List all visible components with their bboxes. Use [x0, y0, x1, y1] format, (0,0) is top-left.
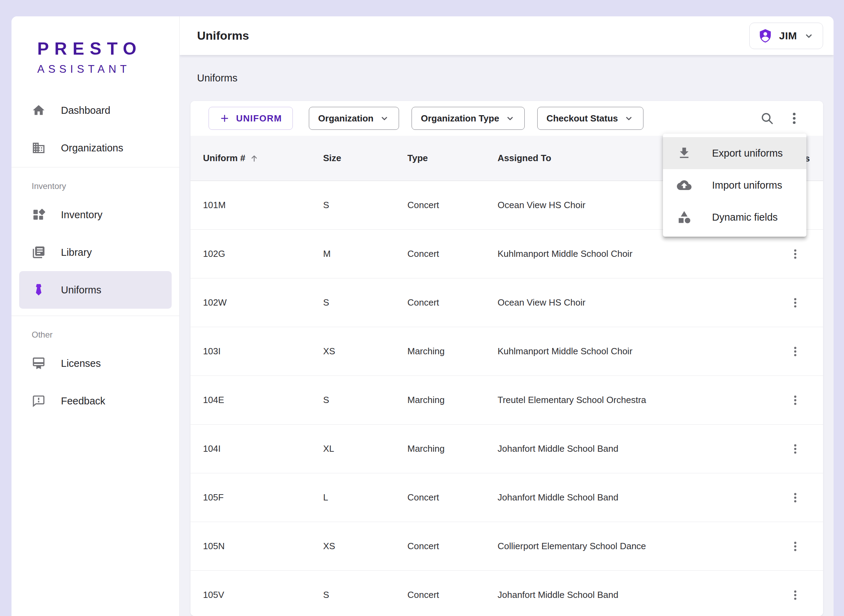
license-icon [32, 356, 46, 370]
table-row[interactable]: 105F L Concert Johanfort Middle School B… [191, 473, 823, 522]
shield-avatar-icon [758, 29, 773, 43]
home-icon [32, 103, 46, 117]
menu-item-export-uniforms[interactable]: Export uniforms [663, 137, 806, 169]
column-header-type[interactable]: Type [407, 153, 498, 164]
cell-size: S [323, 297, 407, 308]
menu-item-label: Dynamic fields [712, 211, 778, 223]
sidebar-item-uniforms[interactable]: Uniforms [19, 271, 172, 309]
cell-type: Concert [407, 297, 498, 308]
sidebar-nav: Dashboard Organizations Inventory [12, 91, 179, 420]
cell-type: Marching [407, 443, 498, 454]
organization-type-filter-button[interactable]: Organization Type [411, 107, 525, 130]
cloud-upload-icon [677, 178, 691, 192]
filter-label: Organization [318, 113, 374, 124]
sidebar-item-label: Inventory [61, 209, 102, 221]
row-actions-button[interactable] [786, 245, 804, 263]
row-actions-button[interactable] [786, 391, 804, 409]
column-header-label: Type [407, 153, 428, 164]
sidebar-item-dashboard[interactable]: Dashboard [12, 91, 179, 129]
cell-assigned-to: Johanfort Middle School Band [498, 590, 768, 600]
cell-size: M [323, 248, 407, 259]
cell-size: S [323, 395, 407, 405]
row-actions-button[interactable] [786, 342, 804, 361]
cell-size: S [323, 200, 407, 211]
cell-uniform-number: 103I [203, 346, 323, 357]
row-actions-button[interactable] [786, 488, 804, 507]
column-header-size[interactable]: Size [323, 153, 407, 164]
table-row[interactable]: 105V S Concert Johanfort Middle School B… [191, 571, 823, 616]
filter-label: Checkout Status [547, 113, 618, 124]
plus-icon [219, 113, 230, 123]
sidebar-item-inventory[interactable]: Inventory [12, 196, 179, 233]
more-options-button[interactable] [786, 110, 802, 126]
sort-ascending-icon [249, 154, 259, 163]
top-header-bar: Uniforms JIM [180, 16, 834, 55]
add-uniform-label: UNIFORM [236, 113, 282, 124]
row-actions-button[interactable] [786, 440, 804, 458]
cell-uniform-number: 101M [203, 200, 323, 211]
building-icon [32, 141, 46, 155]
add-uniform-button[interactable]: UNIFORM [208, 107, 293, 130]
brand-name-line1: PRESTO [37, 39, 179, 59]
column-header-label: Assigned To [498, 153, 551, 164]
cell-uniform-number: 104E [203, 395, 323, 405]
column-header-label: Size [323, 153, 341, 164]
cell-uniform-number: 102W [203, 297, 323, 308]
cell-assigned-to: Kuhlmanport Middle School Choir [498, 248, 768, 259]
table-row[interactable]: 103I XS Marching Kuhlmanport Middle Scho… [191, 327, 823, 376]
column-header-label: Uniform # [203, 153, 245, 164]
chevron-down-icon [379, 113, 390, 123]
organization-filter-button[interactable]: Organization [309, 107, 399, 130]
row-actions-button[interactable] [786, 294, 804, 312]
cell-type: Concert [407, 541, 498, 551]
cell-type: Concert [407, 200, 498, 211]
table-toolbar: UNIFORM Organization Organization Type C… [191, 101, 823, 136]
sidebar-item-organizations[interactable]: Organizations [12, 129, 179, 167]
sidebar-group-label-inventory: Inventory [12, 167, 179, 196]
cell-type: Concert [407, 248, 498, 259]
cell-uniform-number: 102G [203, 248, 323, 259]
section-title: Uniforms [180, 55, 834, 84]
sidebar-item-label: Dashboard [61, 105, 110, 116]
row-actions-button[interactable] [786, 537, 804, 556]
user-menu-button[interactable]: JIM [749, 23, 823, 49]
menu-item-label: Import uniforms [712, 180, 782, 191]
user-name: JIM [779, 30, 797, 42]
menu-item-import-uniforms[interactable]: Import uniforms [663, 169, 806, 201]
app-window: PRESTO ASSISTANT Dashboard Organizations… [12, 16, 834, 616]
search-button[interactable] [759, 110, 775, 126]
cell-size: XS [323, 346, 407, 357]
sidebar-item-label: Organizations [61, 142, 123, 154]
table-row[interactable]: 105N XS Concert Collierport Elementary S… [191, 522, 823, 571]
chevron-down-icon [505, 113, 515, 123]
table-row[interactable]: 102G M Concert Kuhlmanport Middle School… [191, 230, 823, 279]
chevron-down-icon [624, 113, 634, 123]
menu-item-label: Export uniforms [712, 148, 783, 159]
sidebar-item-licenses[interactable]: Licenses [12, 345, 179, 382]
row-actions-button[interactable] [786, 586, 804, 604]
sidebar-item-label: Feedback [61, 395, 105, 407]
sidebar-item-library[interactable]: Library [12, 233, 179, 271]
table-row[interactable]: 104E S Marching Treutel Elementary Schoo… [191, 376, 823, 425]
sidebar-item-feedback[interactable]: Feedback [12, 382, 179, 420]
checkout-status-filter-button[interactable]: Checkout Status [537, 107, 643, 130]
table-row[interactable]: 104I XL Marching Johanfort Middle School… [191, 425, 823, 473]
cell-assigned-to: Johanfort Middle School Band [498, 443, 768, 454]
options-dropdown-menu: Export uniforms Import uniforms Dynamic … [663, 133, 806, 237]
column-header-uniform-number[interactable]: Uniform # [203, 153, 323, 164]
sidebar-item-label: Library [61, 247, 92, 258]
brand-logo[interactable]: PRESTO ASSISTANT [12, 16, 179, 76]
cell-assigned-to: Treutel Elementary School Orchestra [498, 395, 768, 405]
menu-item-dynamic-fields[interactable]: Dynamic fields [663, 201, 806, 233]
dashboard-icon [32, 208, 46, 222]
page-title: Uniforms [197, 29, 249, 43]
cell-uniform-number: 105V [203, 590, 323, 600]
cell-uniform-number: 105N [203, 541, 323, 551]
cell-assigned-to: Collierport Elementary School Dance [498, 541, 768, 551]
cell-type: Marching [407, 395, 498, 405]
cell-assigned-to: Kuhlmanport Middle School Choir [498, 346, 768, 357]
cell-size: XL [323, 443, 407, 454]
table-row[interactable]: 102W S Concert Ocean View HS Choir [191, 279, 823, 327]
sidebar: PRESTO ASSISTANT Dashboard Organizations… [12, 16, 180, 616]
chevron-down-icon [803, 30, 815, 41]
